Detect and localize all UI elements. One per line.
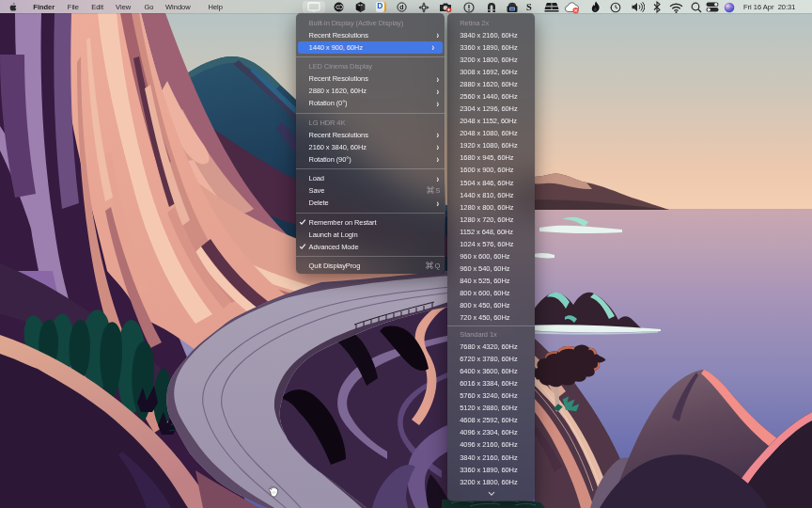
svg-text:d: d: [399, 4, 403, 10]
